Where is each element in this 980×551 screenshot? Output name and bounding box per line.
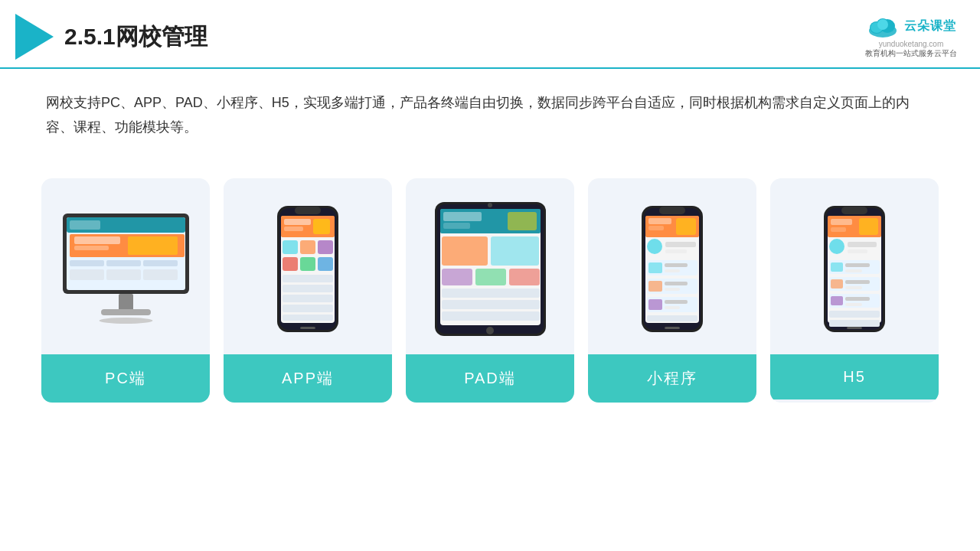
logo-triangle-icon: [15, 14, 54, 60]
svg-rect-76: [648, 281, 662, 292]
svg-rect-30: [313, 219, 330, 234]
svg-rect-19: [143, 269, 178, 280]
svg-rect-109: [829, 320, 880, 327]
svg-rect-107: [845, 303, 862, 306]
mini-label: 小程序: [588, 354, 756, 403]
svg-rect-54: [475, 269, 506, 285]
svg-rect-50: [508, 212, 537, 230]
svg-rect-36: [318, 257, 333, 271]
svg-rect-26: [295, 207, 321, 214]
svg-rect-40: [283, 305, 333, 312]
svg-rect-67: [676, 218, 696, 235]
svg-rect-33: [318, 240, 333, 254]
app-phone-icon: [273, 202, 342, 336]
svg-rect-18: [106, 269, 141, 280]
svg-rect-106: [845, 297, 870, 301]
h5-phone-icon: [820, 202, 889, 336]
mini-card: 小程序: [588, 178, 756, 403]
svg-point-68: [647, 239, 662, 254]
svg-rect-108: [829, 311, 880, 318]
svg-rect-17: [70, 269, 104, 280]
svg-rect-72: [648, 262, 662, 273]
svg-rect-70: [665, 249, 687, 253]
pc-card: PC端: [41, 178, 210, 403]
svg-rect-110: [847, 327, 862, 329]
header-left: 2.5.1网校管理: [15, 14, 207, 60]
svg-rect-51: [442, 236, 488, 266]
svg-rect-80: [648, 299, 662, 310]
svg-rect-15: [106, 260, 141, 266]
pad-image-area: [406, 178, 574, 354]
svg-rect-91: [831, 227, 846, 232]
pad-card: PAD端: [406, 178, 574, 403]
cards-container: PC端: [0, 155, 980, 403]
svg-rect-77: [665, 282, 688, 285]
svg-rect-83: [647, 315, 697, 321]
svg-rect-65: [648, 218, 671, 224]
pc-monitor-icon: [59, 210, 193, 328]
svg-rect-103: [845, 286, 862, 289]
svg-rect-14: [70, 260, 104, 266]
svg-point-5: [871, 22, 883, 33]
svg-rect-56: [442, 289, 540, 298]
svg-rect-105: [831, 296, 843, 305]
brand-name: 云朵课堂: [904, 18, 956, 34]
svg-rect-12: [74, 246, 109, 250]
svg-rect-78: [665, 288, 680, 291]
svg-point-46: [488, 203, 492, 207]
svg-rect-92: [859, 218, 878, 235]
svg-rect-66: [648, 226, 664, 230]
svg-rect-9: [70, 220, 100, 230]
svg-rect-82: [665, 306, 680, 309]
h5-image-area: [770, 178, 939, 354]
pad-tablet-icon: [431, 198, 550, 340]
pc-image-area: [41, 178, 210, 354]
description-content: 网校支持PC、APP、PAD、小程序、H5，实现多端打通，产品各终端自由切换，数…: [46, 95, 910, 135]
page-title: 2.5.1网校管理: [64, 21, 207, 53]
svg-rect-29: [284, 227, 303, 231]
svg-rect-53: [442, 269, 472, 285]
h5-card: H5: [770, 178, 939, 403]
svg-rect-16: [143, 260, 178, 266]
app-label: APP端: [224, 354, 392, 403]
svg-rect-63: [659, 207, 685, 214]
h5-label: H5: [770, 354, 939, 399]
brand-area: 云朵课堂 yunduoketang.com 教育机构一站式服务云平台: [865, 15, 957, 59]
svg-rect-32: [300, 240, 315, 254]
svg-rect-101: [831, 279, 843, 289]
svg-rect-57: [442, 300, 540, 309]
svg-rect-88: [841, 207, 867, 214]
svg-rect-49: [443, 223, 470, 229]
svg-rect-81: [665, 300, 688, 304]
svg-rect-95: [848, 249, 867, 253]
svg-point-93: [829, 239, 844, 254]
svg-rect-74: [665, 269, 680, 272]
svg-rect-58: [442, 311, 540, 321]
header: 2.5.1网校管理 云朵课堂 yunduoketang.com 教育机构一站式服…: [0, 0, 980, 69]
svg-rect-28: [284, 219, 311, 225]
app-image-area: [224, 178, 392, 354]
svg-rect-102: [845, 280, 870, 284]
pc-label: PC端: [41, 354, 210, 403]
svg-rect-94: [848, 242, 877, 247]
cloud-icon: [866, 15, 900, 38]
pad-label: PAD端: [406, 354, 574, 403]
svg-rect-48: [443, 212, 482, 221]
svg-rect-21: [101, 309, 151, 315]
mini-phone-icon: [638, 202, 707, 336]
svg-rect-41: [283, 315, 333, 321]
brand-tagline: 教育机构一站式服务云平台: [865, 48, 957, 59]
description-text: 网校支持PC、APP、PAD、小程序、H5，实现多端打通，产品各终端自由切换，数…: [0, 69, 980, 148]
svg-rect-69: [665, 242, 696, 247]
svg-rect-38: [283, 285, 333, 292]
svg-point-59: [486, 327, 494, 334]
svg-rect-35: [300, 257, 315, 271]
svg-rect-39: [283, 295, 333, 302]
brand-logo: 云朵课堂: [866, 15, 956, 38]
svg-rect-37: [283, 275, 333, 282]
svg-rect-20: [119, 294, 133, 311]
mini-image-area: [588, 178, 756, 354]
svg-rect-55: [509, 269, 540, 285]
svg-point-22: [99, 318, 152, 324]
svg-rect-13: [128, 236, 178, 255]
